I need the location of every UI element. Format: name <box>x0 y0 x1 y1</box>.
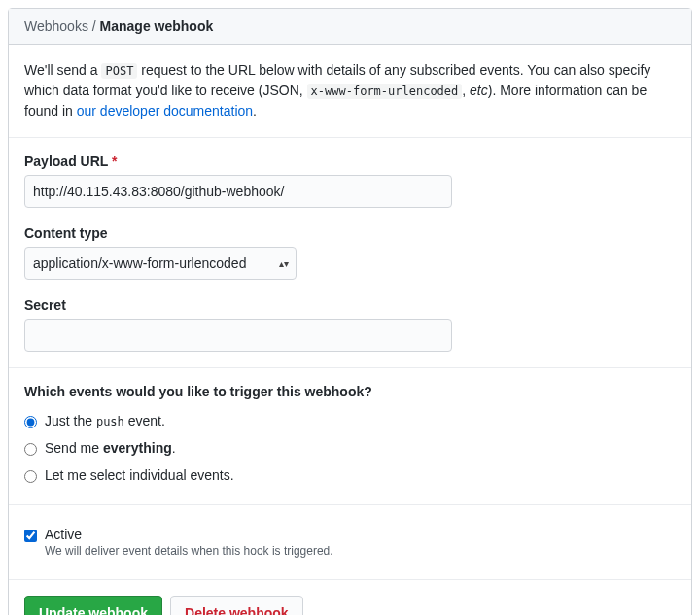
event-option-everything[interactable]: Send me everything. <box>24 434 676 461</box>
webhook-panel: Webhooks / Manage webhook We'll send a P… <box>8 8 692 615</box>
payload-url-input[interactable] <box>24 175 452 208</box>
events-heading: Which events would you like to trigger t… <box>24 384 676 399</box>
event-radio-push[interactable] <box>24 416 37 428</box>
intro-tail: . <box>253 103 257 119</box>
payload-url-label: Payload URL * <box>24 154 676 169</box>
form-section: Payload URL * Content type application/x… <box>9 138 691 368</box>
breadcrumb-separator: / <box>88 18 100 34</box>
intro-text: We'll send a POST request to the URL bel… <box>24 60 676 121</box>
breadcrumb-parent[interactable]: Webhooks <box>24 18 88 34</box>
active-label: Active <box>45 527 333 542</box>
event-everything-pre: Send me <box>45 440 103 456</box>
payload-url-label-text: Payload URL <box>24 154 108 169</box>
breadcrumb-current: Manage webhook <box>100 18 214 34</box>
update-webhook-button[interactable]: Update webhook <box>24 596 162 615</box>
content-type-label: Content type <box>24 225 676 241</box>
breadcrumb: Webhooks / Manage webhook <box>9 9 691 45</box>
form-urlencoded-code: x-www-form-urlencoded <box>307 84 463 99</box>
event-push-pre: Just the <box>45 413 96 428</box>
active-section: Active We will deliver event details whe… <box>9 505 691 580</box>
secret-input[interactable] <box>24 319 452 352</box>
intro-mid2: , <box>462 83 470 98</box>
event-everything-strong: everything <box>103 440 172 456</box>
intro-pre: We'll send a <box>24 62 101 78</box>
active-checkbox[interactable] <box>24 530 37 542</box>
event-label-push: Just the push event. <box>45 413 165 428</box>
required-asterisk: * <box>112 154 117 169</box>
event-option-push[interactable]: Just the push event. <box>24 407 676 434</box>
intro-section: We'll send a POST request to the URL bel… <box>9 45 691 138</box>
content-type-select[interactable]: application/x-www-form-urlencoded <box>24 247 297 280</box>
event-option-individual[interactable]: Let me select individual events. <box>24 461 676 489</box>
events-section: Which events would you like to trigger t… <box>9 368 691 505</box>
delete-webhook-button[interactable]: Delete webhook <box>170 596 303 615</box>
event-push-post: event. <box>124 413 165 428</box>
event-radio-individual[interactable] <box>24 470 37 483</box>
event-radio-everything[interactable] <box>24 443 37 456</box>
event-label-everything: Send me everything. <box>45 440 176 456</box>
event-push-code: push <box>96 415 124 428</box>
footer-actions: Update webhook Delete webhook <box>9 580 691 615</box>
event-everything-post: . <box>172 440 176 456</box>
active-note: We will deliver event details when this … <box>45 544 333 558</box>
event-label-individual: Let me select individual events. <box>45 467 234 483</box>
developer-docs-link[interactable]: our developer documentation <box>77 103 253 119</box>
intro-etc: etc <box>470 83 488 98</box>
post-code: POST <box>101 63 137 79</box>
secret-label: Secret <box>24 297 676 313</box>
